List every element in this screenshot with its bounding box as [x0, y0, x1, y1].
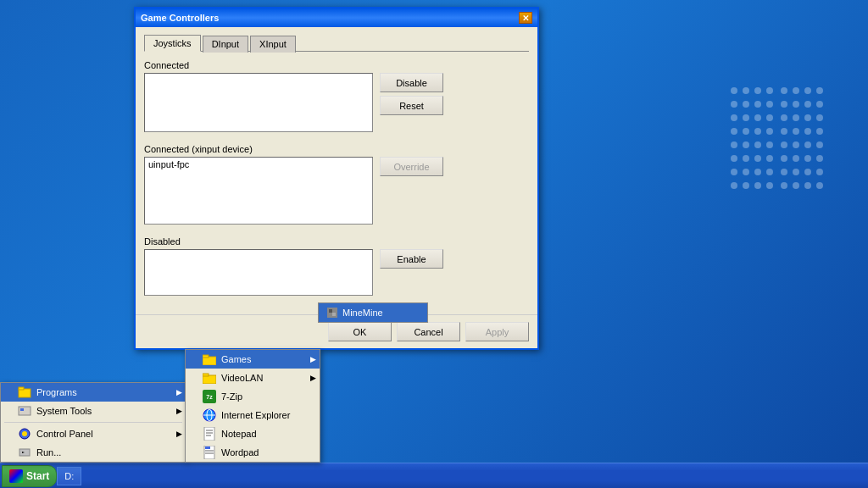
- svg-rect-11: [203, 374, 209, 376]
- connected-xinput-row: uinput-fpc Override: [144, 157, 529, 231]
- 7zip-label: 7-Zip: [221, 391, 242, 402]
- start-menu: Programs ▶ System Tools ▶ Control Panel …: [0, 382, 186, 463]
- control-panel-arrow: ▶: [176, 430, 182, 438]
- videolan-icon: [203, 371, 216, 385]
- taskbar-item-label: D:: [64, 471, 74, 481]
- programs-arrow: ▶: [176, 388, 182, 396]
- ok-button[interactable]: OK: [328, 322, 392, 341]
- xinput-item[interactable]: uinput-fpc: [145, 158, 372, 171]
- svg-rect-1: [19, 387, 24, 390]
- ie-icon: [203, 408, 216, 422]
- videolan-label: VideoLAN: [221, 373, 263, 383]
- submenu-wordpad[interactable]: Wordpad: [186, 443, 320, 462]
- dialog-content: Joysticks DInput XInput Connected Disabl…: [136, 27, 537, 314]
- start-button[interactable]: Start: [2, 465, 57, 487]
- programs-submenu: Games ▶ VideoLAN ▶ 7z 7-Zip Internet Exp…: [185, 349, 320, 463]
- tab-xinput[interactable]: XInput: [250, 36, 296, 53]
- svg-rect-25: [332, 313, 336, 316]
- disable-button[interactable]: Disable: [380, 73, 443, 92]
- notepad-icon: [203, 427, 216, 441]
- enable-button[interactable]: Enable: [380, 249, 443, 269]
- games-folder-icon: [203, 352, 216, 366]
- svg-point-5: [22, 431, 27, 436]
- menu-item-run[interactable]: Run...: [1, 443, 186, 462]
- taskbar: Start D:: [0, 463, 868, 488]
- connected-buttons: Disable Reset: [380, 73, 443, 115]
- ie-label: Internet Explorer: [221, 410, 290, 420]
- tab-joysticks[interactable]: Joysticks: [144, 35, 201, 52]
- close-button[interactable]: ✕: [519, 12, 532, 24]
- connected-label: Connected: [144, 60, 529, 70]
- cancel-button[interactable]: Cancel: [397, 322, 460, 341]
- svg-rect-24: [329, 309, 332, 313]
- svg-rect-9: [203, 355, 209, 358]
- reset-button[interactable]: Reset: [380, 96, 443, 115]
- control-panel-icon: [18, 427, 31, 441]
- tab-dinput[interactable]: DInput: [203, 36, 248, 53]
- connected-section: Connected Disable Reset: [144, 60, 529, 139]
- disabled-section: Disabled Enable: [144, 236, 529, 302]
- connected-listbox[interactable]: [144, 73, 373, 132]
- system-tools-icon: [18, 404, 31, 418]
- submenu-games[interactable]: Games ▶: [186, 350, 320, 369]
- taskbar-item-d[interactable]: D:: [57, 467, 81, 485]
- system-tools-arrow: ▶: [176, 407, 182, 415]
- run-icon: [18, 446, 31, 459]
- games-submenu: MineMine: [318, 302, 428, 323]
- run-label: Run...: [36, 447, 61, 458]
- menu-separator-1: [4, 422, 182, 423]
- games-arrow: ▶: [310, 355, 316, 363]
- tabs-container: Joysticks DInput XInput: [144, 34, 529, 52]
- game-controllers-dialog: Game Controllers ✕ Joysticks DInput XInp…: [134, 7, 539, 350]
- menu-item-system-tools[interactable]: System Tools ▶: [1, 402, 186, 420]
- dialog-titlebar: Game Controllers ✕: [136, 8, 537, 27]
- svg-rect-3: [20, 408, 24, 411]
- wordpad-icon: [203, 446, 216, 459]
- system-tools-label: System Tools: [36, 406, 92, 416]
- control-panel-label: Control Panel: [36, 429, 93, 439]
- xinput-buttons: Override: [380, 157, 443, 176]
- videolan-arrow: ▶: [310, 374, 316, 382]
- 7zip-icon: 7z: [203, 390, 216, 403]
- games-label: Games: [221, 354, 251, 364]
- disabled-buttons: Enable: [380, 249, 443, 269]
- dialog-title: Game Controllers: [141, 13, 219, 23]
- programs-label: Programs: [36, 387, 77, 397]
- disabled-row: Enable: [144, 249, 529, 302]
- connected-xinput-listbox[interactable]: uinput-fpc: [144, 157, 373, 225]
- minemine-label: MineMine: [342, 308, 383, 318]
- svg-rect-20: [205, 446, 210, 449]
- submenu-videolan[interactable]: VideoLAN ▶: [186, 369, 320, 387]
- menu-item-control-panel[interactable]: Control Panel ▶: [1, 424, 186, 443]
- apply-button[interactable]: Apply: [465, 322, 529, 341]
- submenu-7zip[interactable]: 7z 7-Zip: [186, 387, 320, 406]
- svg-rect-15: [204, 427, 214, 441]
- override-button[interactable]: Override: [380, 157, 443, 176]
- disabled-label: Disabled: [144, 236, 529, 247]
- programs-icon: [18, 385, 31, 399]
- start-label: Start: [26, 470, 49, 482]
- menu-item-programs[interactable]: Programs ▶: [1, 383, 186, 402]
- submenu-notepad[interactable]: Notepad: [186, 424, 320, 443]
- notepad-label: Notepad: [221, 429, 257, 439]
- desktop-decoration: [728, 85, 826, 193]
- submenu-ie[interactable]: Internet Explorer: [186, 406, 320, 424]
- minemine-icon: [326, 306, 339, 319]
- connected-row: Disable Reset: [144, 73, 529, 139]
- disabled-listbox[interactable]: [144, 249, 373, 296]
- wordpad-label: Wordpad: [221, 447, 259, 458]
- submenu-minemine[interactable]: MineMine: [319, 303, 427, 322]
- connected-xinput-label: Connected (xinput device): [144, 144, 529, 154]
- start-windows-icon: [9, 469, 23, 483]
- connected-xinput-section: Connected (xinput device) uinput-fpc Ove…: [144, 144, 529, 231]
